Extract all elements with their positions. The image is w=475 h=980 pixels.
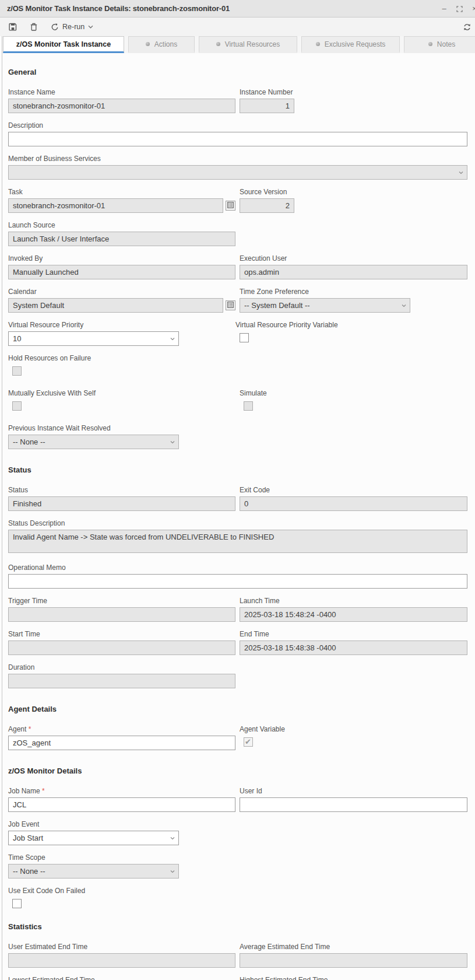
time-scope-value (8, 864, 179, 878)
average-estimated-end-time-input (240, 953, 467, 968)
refresh-icon (463, 23, 472, 32)
description-input[interactable] (8, 132, 467, 146)
tab-bullet-icon (216, 42, 220, 46)
user-id-label: User Id (240, 788, 467, 795)
description-label: Description (8, 122, 467, 130)
simulate-label: Simulate (240, 390, 267, 397)
delete-button[interactable] (26, 20, 42, 34)
hold-resources-on-failure-label: Hold Resources on Failure (8, 355, 235, 362)
tab-label: z/OS Monitor Task Instance (16, 40, 111, 48)
tab-bullet-icon (428, 42, 432, 46)
invoked-by-label: Invoked By (8, 255, 235, 262)
time-zone-preference-value (240, 298, 410, 313)
refresh-button[interactable] (459, 20, 475, 34)
close-icon[interactable]: × (470, 5, 475, 13)
window-titlebar: z/OS Monitor Task Instance Details: ston… (0, 0, 475, 18)
tab-bullet-icon (316, 42, 320, 46)
start-time-label: Start Time (8, 631, 235, 638)
execution-user-input (240, 265, 467, 279)
job-event-label: Job Event (8, 821, 179, 828)
instance-number-label: Instance Number (240, 89, 294, 96)
rerun-label: Re-run (62, 23, 85, 31)
mutually-exclusive-with-self-checkbox (12, 401, 22, 411)
tab-label: Notes (437, 40, 455, 48)
source-version-label: Source Version (240, 188, 294, 196)
calendar-label: Calendar (8, 288, 235, 296)
agent-label-text: Agent (8, 725, 26, 733)
mutually-exclusive-with-self-label: Mutually Exclusive With Self (8, 390, 235, 397)
launch-time-label: Launch Time (240, 597, 467, 605)
job-event-select[interactable] (8, 831, 179, 845)
rerun-button[interactable]: Re-run (47, 20, 97, 34)
job-name-input[interactable] (8, 797, 235, 812)
average-estimated-end-time-label: Average Estimated End Time (240, 943, 467, 951)
user-id-input[interactable] (240, 797, 467, 812)
time-zone-preference-select (240, 298, 410, 313)
agent-input[interactable] (8, 736, 235, 750)
tab-actions[interactable]: Actions (128, 36, 195, 53)
previous-instance-wait-resolved-label: Previous Instance Wait Resolved (8, 425, 179, 432)
exit-code-input (240, 496, 467, 511)
section-title-general: General (8, 68, 467, 76)
user-estimated-end-time-label: User Estimated End Time (8, 943, 235, 951)
simulate-checkbox (244, 401, 253, 411)
virtual-resource-priority-value[interactable] (8, 331, 179, 346)
lowest-estimated-end-time-label: Lowest Estimated End Time (8, 977, 235, 980)
task-input (8, 198, 223, 213)
chevron-down-icon (170, 836, 175, 839)
task-label: Task (8, 188, 235, 196)
duration-label: Duration (8, 664, 235, 671)
tab-exclusive-requests[interactable]: Exclusive Requests (301, 36, 400, 53)
instance-number-input (240, 99, 294, 113)
virtual-resource-priority-label: Virtual Resource Priority (8, 321, 179, 329)
operational-memo-input[interactable] (8, 574, 467, 589)
details-panel: z/OS Monitor Task Instance Actions Virtu… (2, 36, 475, 980)
save-button[interactable] (5, 20, 21, 34)
window-controls: – × (440, 0, 475, 18)
time-scope-select (8, 864, 179, 878)
minimize-icon[interactable]: – (440, 5, 448, 13)
maximize-icon[interactable] (455, 6, 463, 12)
tab-label: Actions (154, 40, 177, 48)
job-name-label: Job Name * (8, 788, 235, 795)
section-title-statistics: Statistics (8, 922, 467, 931)
chevron-down-icon (459, 171, 463, 174)
launch-source-input (8, 232, 235, 246)
job-event-value[interactable] (8, 831, 179, 845)
virtual-resource-priority-variable-label: Virtual Resource Priority Variable (235, 321, 338, 329)
rerun-icon (50, 23, 59, 32)
use-exit-code-on-failed-checkbox[interactable] (12, 899, 22, 908)
previous-instance-wait-resolved-value (8, 435, 179, 449)
hold-resources-on-failure-checkbox (12, 366, 22, 376)
chevron-down-icon (170, 870, 175, 873)
virtual-resource-priority-select[interactable] (8, 331, 179, 346)
tab-virtual-resources[interactable]: Virtual Resources (199, 36, 297, 53)
instance-name-label: Instance Name (8, 89, 235, 96)
instance-name-input (8, 99, 235, 113)
section-title-status: Status (8, 466, 467, 474)
start-time-input (8, 640, 235, 655)
job-name-label-text: Job Name (8, 787, 40, 795)
tab-bullet-icon (146, 42, 150, 46)
highest-estimated-end-time-label: Highest Estimated End Time (240, 977, 467, 980)
chevron-down-icon (170, 337, 175, 340)
section-title-agent-details: Agent Details (8, 705, 467, 713)
task-picker-button[interactable] (226, 201, 235, 211)
tab-label: Virtual Resources (225, 40, 280, 48)
virtual-resource-priority-variable-checkbox[interactable] (240, 333, 249, 342)
tab-zos-monitor-task-instance[interactable]: z/OS Monitor Task Instance (3, 36, 124, 53)
end-time-label: End Time (240, 631, 467, 638)
member-of-business-services-select (8, 165, 467, 180)
previous-instance-wait-resolved-select (8, 435, 179, 449)
end-time-input (240, 640, 467, 655)
member-of-business-services-label: Member of Business Services (8, 155, 467, 163)
status-description-label: Status Description (8, 520, 467, 527)
calendar-picker-button[interactable] (226, 300, 235, 310)
launch-time-input (240, 607, 467, 622)
invoked-by-input (8, 265, 235, 279)
time-zone-preference-label: Time Zone Preference (240, 288, 410, 296)
chevron-down-icon (170, 440, 175, 443)
operational-memo-label: Operational Memo (8, 564, 467, 572)
tab-notes[interactable]: Notes (404, 36, 475, 53)
duration-input (8, 674, 235, 688)
